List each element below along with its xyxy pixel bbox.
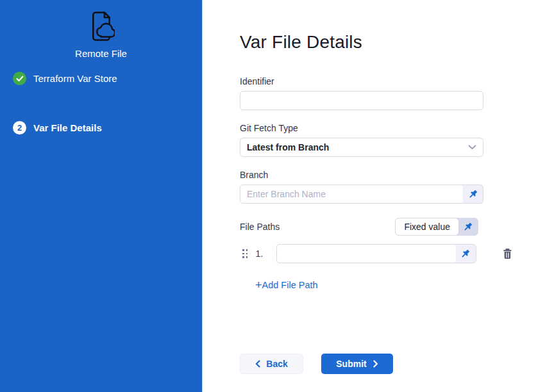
branch-input-group (240, 184, 483, 204)
add-file-path-button[interactable]: + Add File Path (255, 280, 318, 290)
wizard-footer: Back Submit (240, 354, 393, 374)
git-fetch-type-select[interactable]: Latest from Branch (240, 138, 483, 157)
branch-input[interactable] (240, 185, 463, 203)
file-paths-label: File Paths (240, 222, 280, 232)
identifier-label: Identifier (240, 76, 536, 86)
submit-button-label: Submit (336, 359, 366, 369)
file-paths-pin-button[interactable] (458, 218, 478, 235)
step-label: Terraform Var Store (33, 73, 117, 84)
file-path-index: 1. (256, 249, 269, 259)
back-button[interactable]: Back (240, 354, 303, 374)
submit-button[interactable]: Submit (321, 354, 393, 374)
delete-file-path-button[interactable] (502, 248, 513, 259)
trash-icon (502, 248, 513, 259)
file-path-row: 1. (240, 244, 536, 263)
git-fetch-type-field: Git Fetch Type Latest from Branch (240, 123, 536, 157)
branch-field: Branch (240, 170, 536, 204)
store-type-label: Remote File (0, 48, 202, 59)
file-paths-header: File Paths Fixed value (240, 218, 478, 236)
chevron-left-icon (255, 360, 260, 368)
branch-label: Branch (240, 170, 536, 180)
wizard-sidebar: Remote File Terraform Var Store 2 Var Fi… (0, 0, 203, 392)
back-button-label: Back (266, 359, 287, 369)
page-title: Var File Details (240, 32, 536, 53)
var-file-details-panel: Var File Details Identifier Git Fetch Ty… (203, 0, 536, 392)
sidebar-step-terraform-var-store[interactable]: Terraform Var Store (13, 72, 117, 85)
chevron-right-icon (373, 360, 378, 368)
store-type-block: Remote File (0, 0, 202, 59)
file-path-input[interactable] (277, 245, 456, 263)
step-number-badge: 2 (13, 121, 26, 135)
check-icon (13, 72, 26, 85)
var-file-wizard: Remote File Terraform Var Store 2 Var Fi… (0, 0, 536, 392)
drag-handle-icon[interactable] (242, 249, 248, 258)
pin-icon (463, 222, 473, 232)
plus-icon: + (255, 281, 262, 290)
remote-file-icon (88, 10, 115, 42)
branch-pin-button[interactable] (463, 185, 483, 203)
pin-icon (460, 249, 471, 259)
file-paths-input-type-control: Fixed value (395, 218, 478, 236)
identifier-field: Identifier (240, 76, 536, 110)
git-fetch-type-value: Latest from Branch (247, 142, 329, 152)
file-path-input-group (276, 244, 476, 263)
file-path-pin-button[interactable] (456, 245, 476, 263)
fixed-value-button[interactable]: Fixed value (396, 218, 458, 235)
git-fetch-type-label: Git Fetch Type (240, 123, 536, 133)
chevron-down-icon (468, 145, 476, 150)
step-label: Var File Details (33, 122, 102, 133)
pin-icon (468, 189, 478, 199)
add-file-path-label: Add File Path (262, 280, 318, 290)
identifier-input[interactable] (240, 91, 483, 110)
sidebar-step-var-file-details[interactable]: 2 Var File Details (13, 121, 102, 135)
